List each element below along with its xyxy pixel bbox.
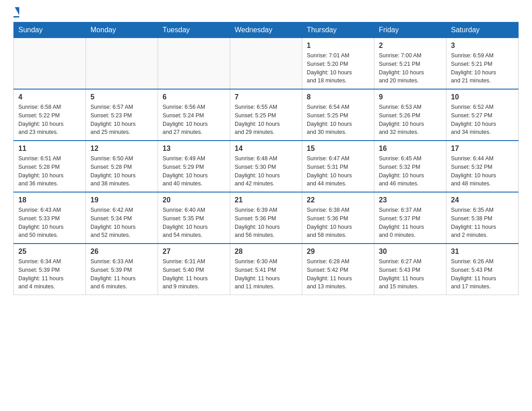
day-info: Sunrise: 6:49 AM Sunset: 5:29 PM Dayligh… <box>163 154 225 188</box>
day-number: 15 <box>307 145 369 153</box>
day-number: 27 <box>163 248 225 256</box>
day-number: 8 <box>307 93 369 101</box>
day-info: Sunrise: 6:50 AM Sunset: 5:28 PM Dayligh… <box>90 154 153 188</box>
logo-triangle-icon <box>15 7 19 15</box>
calendar-cell: 9Sunrise: 6:53 AM Sunset: 5:26 PM Daylig… <box>374 89 446 141</box>
day-info: Sunrise: 6:31 AM Sunset: 5:40 PM Dayligh… <box>163 257 225 291</box>
calendar-cell: 15Sunrise: 6:47 AM Sunset: 5:31 PM Dayli… <box>302 141 374 192</box>
day-info: Sunrise: 6:27 AM Sunset: 5:43 PM Dayligh… <box>379 257 442 291</box>
day-info: Sunrise: 6:51 AM Sunset: 5:28 PM Dayligh… <box>18 154 81 188</box>
day-info: Sunrise: 6:58 AM Sunset: 5:22 PM Dayligh… <box>18 103 81 137</box>
day-of-week-header: Tuesday <box>158 22 230 38</box>
calendar-cell: 31Sunrise: 6:26 AM Sunset: 5:43 PM Dayli… <box>446 244 519 295</box>
day-number: 31 <box>451 248 514 256</box>
day-number: 19 <box>90 196 153 204</box>
calendar-cell: 24Sunrise: 6:35 AM Sunset: 5:38 PM Dayli… <box>446 192 519 244</box>
day-info: Sunrise: 6:37 AM Sunset: 5:37 PM Dayligh… <box>379 206 442 240</box>
calendar-cell: 7Sunrise: 6:55 AM Sunset: 5:25 PM Daylig… <box>230 89 302 141</box>
calendar-cell: 23Sunrise: 6:37 AM Sunset: 5:37 PM Dayli… <box>374 192 446 244</box>
calendar-cell: 3Sunrise: 6:59 AM Sunset: 5:21 PM Daylig… <box>446 38 519 90</box>
day-number: 17 <box>451 145 514 153</box>
calendar-cell: 17Sunrise: 6:44 AM Sunset: 5:32 PM Dayli… <box>446 141 519 192</box>
day-number: 29 <box>307 248 369 256</box>
day-number: 2 <box>379 42 442 50</box>
day-info: Sunrise: 6:35 AM Sunset: 5:38 PM Dayligh… <box>451 206 514 240</box>
calendar-week-row: 25Sunrise: 6:34 AM Sunset: 5:39 PM Dayli… <box>14 244 519 295</box>
day-of-week-header: Saturday <box>446 22 519 38</box>
day-number: 14 <box>235 145 297 153</box>
calendar-cell: 8Sunrise: 6:54 AM Sunset: 5:25 PM Daylig… <box>302 89 374 141</box>
day-number: 12 <box>90 145 153 153</box>
calendar-cell: 20Sunrise: 6:40 AM Sunset: 5:35 PM Dayli… <box>158 192 230 244</box>
day-number: 10 <box>451 93 514 101</box>
calendar-cell <box>86 38 158 90</box>
calendar-cell: 5Sunrise: 6:57 AM Sunset: 5:23 PM Daylig… <box>86 89 158 141</box>
day-number: 4 <box>18 93 81 101</box>
calendar-cell: 25Sunrise: 6:34 AM Sunset: 5:39 PM Dayli… <box>14 244 86 295</box>
calendar-cell: 29Sunrise: 6:28 AM Sunset: 5:42 PM Dayli… <box>302 244 374 295</box>
day-info: Sunrise: 6:54 AM Sunset: 5:25 PM Dayligh… <box>307 103 369 137</box>
day-number: 25 <box>18 248 81 256</box>
day-of-week-header: Sunday <box>14 22 86 38</box>
calendar-week-row: 18Sunrise: 6:43 AM Sunset: 5:33 PM Dayli… <box>14 192 519 244</box>
day-info: Sunrise: 7:00 AM Sunset: 5:21 PM Dayligh… <box>379 51 442 85</box>
calendar-week-row: 1Sunrise: 7:01 AM Sunset: 5:20 PM Daylig… <box>14 38 519 90</box>
calendar-cell <box>230 38 302 90</box>
calendar-cell: 4Sunrise: 6:58 AM Sunset: 5:22 PM Daylig… <box>14 89 86 141</box>
day-info: Sunrise: 6:43 AM Sunset: 5:33 PM Dayligh… <box>18 206 81 240</box>
calendar-cell: 21Sunrise: 6:39 AM Sunset: 5:36 PM Dayli… <box>230 192 302 244</box>
day-info: Sunrise: 6:40 AM Sunset: 5:35 PM Dayligh… <box>163 206 225 240</box>
day-info: Sunrise: 7:01 AM Sunset: 5:20 PM Dayligh… <box>307 51 369 85</box>
calendar-cell: 11Sunrise: 6:51 AM Sunset: 5:28 PM Dayli… <box>14 141 86 192</box>
day-info: Sunrise: 6:30 AM Sunset: 5:41 PM Dayligh… <box>235 257 297 291</box>
day-info: Sunrise: 6:38 AM Sunset: 5:36 PM Dayligh… <box>307 206 369 240</box>
day-number: 13 <box>163 145 225 153</box>
day-number: 18 <box>18 196 81 204</box>
day-number: 1 <box>307 42 369 50</box>
calendar-cell: 22Sunrise: 6:38 AM Sunset: 5:36 PM Dayli… <box>302 192 374 244</box>
day-info: Sunrise: 6:55 AM Sunset: 5:25 PM Dayligh… <box>235 103 297 137</box>
calendar-cell: 10Sunrise: 6:52 AM Sunset: 5:27 PM Dayli… <box>446 89 519 141</box>
logo-blue-part <box>13 9 19 15</box>
day-info: Sunrise: 6:33 AM Sunset: 5:39 PM Dayligh… <box>90 257 153 291</box>
calendar-week-row: 4Sunrise: 6:58 AM Sunset: 5:22 PM Daylig… <box>14 89 519 141</box>
day-number: 23 <box>379 196 442 204</box>
day-info: Sunrise: 6:59 AM Sunset: 5:21 PM Dayligh… <box>451 51 514 85</box>
calendar-cell: 14Sunrise: 6:48 AM Sunset: 5:30 PM Dayli… <box>230 141 302 192</box>
day-number: 3 <box>451 42 514 50</box>
day-info: Sunrise: 6:53 AM Sunset: 5:26 PM Dayligh… <box>379 103 442 137</box>
calendar-cell: 1Sunrise: 7:01 AM Sunset: 5:20 PM Daylig… <box>302 38 374 90</box>
day-info: Sunrise: 6:52 AM Sunset: 5:27 PM Dayligh… <box>451 103 514 137</box>
day-number: 21 <box>235 196 297 204</box>
day-number: 6 <box>163 93 225 101</box>
day-number: 16 <box>379 145 442 153</box>
logo <box>13 9 19 17</box>
day-info: Sunrise: 6:44 AM Sunset: 5:32 PM Dayligh… <box>451 154 514 188</box>
day-number: 22 <box>307 196 369 204</box>
day-number: 30 <box>379 248 442 256</box>
day-number: 9 <box>379 93 442 101</box>
day-number: 7 <box>235 93 297 101</box>
calendar-table: SundayMondayTuesdayWednesdayThursdayFrid… <box>13 22 519 295</box>
logo-underline <box>13 16 19 17</box>
calendar-cell: 12Sunrise: 6:50 AM Sunset: 5:28 PM Dayli… <box>86 141 158 192</box>
day-number: 28 <box>235 248 297 256</box>
day-info: Sunrise: 6:42 AM Sunset: 5:34 PM Dayligh… <box>90 206 153 240</box>
day-info: Sunrise: 6:57 AM Sunset: 5:23 PM Dayligh… <box>90 103 153 137</box>
calendar-cell <box>14 38 86 90</box>
calendar-cell: 28Sunrise: 6:30 AM Sunset: 5:41 PM Dayli… <box>230 244 302 295</box>
calendar-header-row: SundayMondayTuesdayWednesdayThursdayFrid… <box>14 22 519 38</box>
calendar-cell <box>158 38 230 90</box>
day-info: Sunrise: 6:39 AM Sunset: 5:36 PM Dayligh… <box>235 206 297 240</box>
calendar-cell: 18Sunrise: 6:43 AM Sunset: 5:33 PM Dayli… <box>14 192 86 244</box>
calendar-cell: 2Sunrise: 7:00 AM Sunset: 5:21 PM Daylig… <box>374 38 446 90</box>
day-number: 5 <box>90 93 153 101</box>
day-number: 11 <box>18 145 81 153</box>
day-info: Sunrise: 6:48 AM Sunset: 5:30 PM Dayligh… <box>235 154 297 188</box>
calendar-cell: 27Sunrise: 6:31 AM Sunset: 5:40 PM Dayli… <box>158 244 230 295</box>
calendar-cell: 16Sunrise: 6:45 AM Sunset: 5:32 PM Dayli… <box>374 141 446 192</box>
calendar-cell: 6Sunrise: 6:56 AM Sunset: 5:24 PM Daylig… <box>158 89 230 141</box>
day-info: Sunrise: 6:45 AM Sunset: 5:32 PM Dayligh… <box>379 154 442 188</box>
day-info: Sunrise: 6:34 AM Sunset: 5:39 PM Dayligh… <box>18 257 81 291</box>
day-of-week-header: Wednesday <box>230 22 302 38</box>
